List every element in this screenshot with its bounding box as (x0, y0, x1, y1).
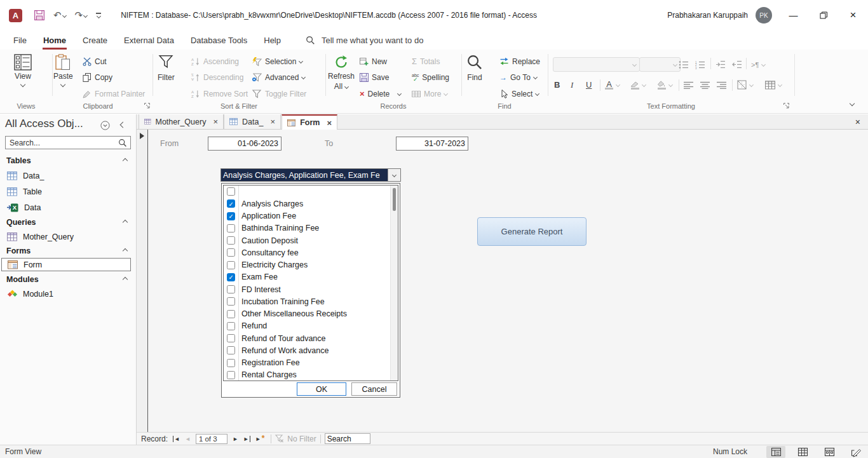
list-item[interactable]: Registration Fee (224, 357, 398, 369)
list-item[interactable]: Rental Charges (224, 369, 398, 381)
group-header-queries[interactable]: Queries (6, 216, 127, 228)
view-button[interactable]: View (14, 54, 32, 86)
list-item[interactable]: Application Fee (224, 210, 398, 222)
save-button[interactable] (31, 8, 48, 23)
decrease-indent-button[interactable] (732, 58, 742, 71)
generate-report-button[interactable]: Generate Report (477, 217, 587, 246)
tab-file[interactable]: File (5, 30, 35, 50)
filter-button[interactable]: Filter (158, 54, 175, 82)
group-header-tables[interactable]: Tables (6, 154, 127, 166)
checkbox[interactable] (227, 334, 235, 342)
checkbox[interactable] (227, 248, 235, 257)
filter-indicator[interactable]: No Filter (275, 434, 316, 443)
group-header-modules[interactable]: Modules (6, 273, 127, 285)
close-tab-icon[interactable]: × (327, 118, 332, 128)
checkbox[interactable] (227, 371, 235, 379)
list-item[interactable]: Refund of Tour advance (224, 332, 398, 344)
new-record-button[interactable]: ►* (255, 435, 265, 442)
new-record-button[interactable]: New (360, 55, 387, 67)
redo-button[interactable]: ↷ (72, 8, 91, 22)
list-item[interactable]: FD Interest (224, 283, 398, 295)
checkbox[interactable] (227, 224, 235, 232)
list-item[interactable]: Bathinda Training Fee (224, 222, 398, 234)
bold-button[interactable]: B (554, 79, 560, 91)
checkbox[interactable] (227, 297, 235, 306)
list-item[interactable] (224, 185, 398, 198)
doc-tab-data_[interactable]: Data_ × (224, 114, 281, 129)
list-item[interactable]: Exam Fee (224, 271, 398, 283)
nav-pane-menu-icon[interactable] (100, 121, 110, 130)
checkbox[interactable] (227, 212, 235, 220)
align-left-button[interactable] (684, 79, 693, 91)
sidebar-item-module1[interactable]: Module1 (1, 287, 131, 300)
gridlines-button[interactable] (737, 79, 753, 91)
tab-home[interactable]: Home (35, 30, 74, 50)
next-record-button[interactable]: ► (233, 436, 238, 442)
layout-view-button[interactable] (820, 446, 839, 458)
align-right-button[interactable] (717, 79, 726, 91)
record-position-box[interactable]: 1 of 3 (196, 434, 227, 444)
collapse-ribbon-icon[interactable] (850, 101, 855, 106)
undo-button[interactable]: ↶ (50, 8, 69, 22)
checkbox[interactable] (227, 236, 235, 245)
close-tab-icon[interactable]: × (270, 117, 275, 126)
list-item[interactable]: Other Miscellaneous Receipts (224, 308, 398, 320)
copy-button[interactable]: Copy (83, 71, 112, 83)
sidebar-item-data_[interactable]: Data_ (1, 169, 131, 182)
font-color-button[interactable]: A (605, 79, 620, 91)
list-item[interactable]: Refund (224, 320, 398, 332)
font-name-combobox[interactable] (553, 57, 640, 72)
align-center-button[interactable] (700, 79, 710, 91)
select-button[interactable]: Select (499, 88, 539, 100)
cancel-button[interactable]: Cancel (351, 382, 397, 396)
combobox-dropdown-button[interactable] (388, 169, 400, 181)
format-painter-button[interactable]: Format Painter (83, 88, 145, 100)
from-date-input[interactable] (208, 137, 281, 151)
checkbox[interactable] (227, 310, 235, 318)
text-formatting-dialog-launcher[interactable] (783, 102, 790, 109)
checkbox[interactable] (227, 187, 235, 196)
close-tab-icon[interactable]: × (213, 117, 218, 126)
group-header-forms[interactable]: Forms (6, 245, 127, 257)
checkbox[interactable] (227, 199, 235, 208)
tab-database-tools[interactable]: Database Tools (182, 30, 255, 50)
font-size-combobox[interactable] (639, 57, 681, 72)
scrollbar-thumb[interactable] (393, 188, 396, 211)
ascending-button[interactable]: Ascending (191, 55, 239, 67)
bullets-button[interactable] (679, 58, 689, 71)
save-record-button[interactable]: Save (360, 71, 389, 83)
replace-button[interactable]: Replace (499, 55, 540, 67)
previous-record-button[interactable]: ◄ (185, 436, 191, 442)
doc-tab-form[interactable]: Form × (281, 114, 337, 130)
close-document-icon[interactable]: × (855, 117, 860, 127)
last-record-button[interactable]: ► (243, 436, 250, 442)
toggle-filter-button[interactable]: Toggle Filter (252, 88, 306, 100)
checkbox[interactable] (227, 346, 235, 354)
paste-button[interactable]: Paste (53, 54, 73, 86)
sidebar-item-form[interactable]: Form (1, 258, 131, 271)
highlight-color-button[interactable] (630, 79, 646, 91)
ok-button[interactable]: OK (297, 382, 346, 396)
goto-button[interactable]: → Go To (499, 71, 537, 83)
customize-qat-button[interactable] (93, 10, 104, 20)
background-color-button[interactable] (657, 79, 672, 91)
advanced-button[interactable]: Advanced (252, 71, 305, 83)
user-name[interactable]: Prabhakaran Karuppaih (667, 11, 748, 20)
tab-help[interactable]: Help (255, 30, 289, 50)
spelling-button[interactable]: abc ✓ Spelling (412, 71, 449, 83)
minimize-button[interactable]: — (778, 0, 808, 30)
tab-external-data[interactable]: External Data (116, 30, 182, 50)
record-search-input[interactable] (325, 433, 370, 444)
tab-create[interactable]: Create (74, 30, 116, 50)
list-item[interactable]: Caution Deposit (224, 234, 398, 246)
totals-button[interactable]: Σ Totals (412, 55, 440, 67)
list-item[interactable]: Refund of Work advance (224, 344, 398, 356)
paragraph-marks-button[interactable]: >¶ (751, 58, 765, 71)
avatar[interactable]: PK (756, 7, 772, 24)
to-date-input[interactable] (396, 137, 468, 151)
first-record-button[interactable]: ◄ (173, 436, 180, 442)
more-button[interactable]: More (412, 88, 447, 100)
checkbox[interactable] (227, 261, 235, 269)
checkbox[interactable] (227, 359, 235, 367)
delete-button[interactable]: × Delete (360, 88, 401, 100)
